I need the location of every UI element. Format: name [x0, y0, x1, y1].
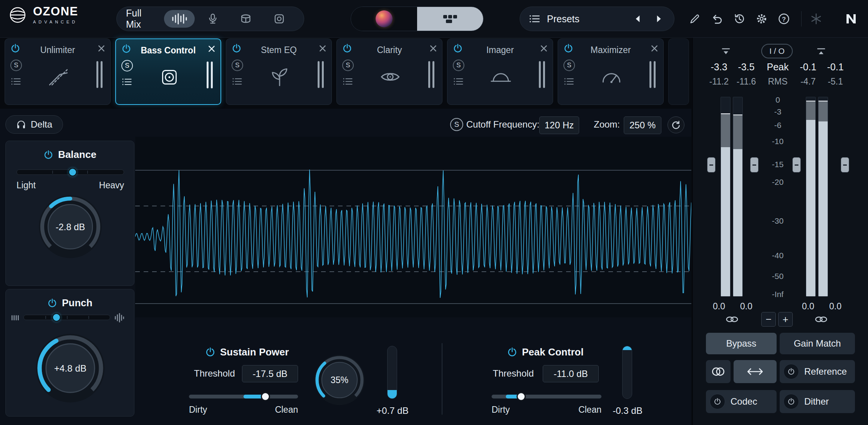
solo-button[interactable]: S — [10, 60, 22, 71]
module-card-bass-control[interactable]: Bass Control S — [115, 38, 221, 105]
input-link-icon[interactable] — [725, 315, 739, 324]
peak-range-labels: Dirty Clean — [492, 405, 601, 415]
gain-decrease-button[interactable]: − — [761, 312, 776, 327]
connect-button[interactable] — [807, 10, 825, 28]
settings-button[interactable] — [753, 10, 770, 28]
zoom-value[interactable]: 250 % — [624, 116, 661, 134]
assistant-view-button[interactable] — [351, 7, 417, 31]
stem-vocals-button[interactable] — [197, 10, 228, 28]
stereo-mode-button[interactable] — [706, 360, 731, 383]
gain-value[interactable]: 0.0 — [732, 301, 761, 312]
power-icon[interactable] — [563, 43, 573, 53]
peak-mix-handle[interactable] — [517, 392, 526, 401]
io-button[interactable]: I / O — [761, 44, 793, 58]
power-icon[interactable] — [10, 43, 20, 53]
meter-value: -0.1 — [793, 61, 823, 73]
menu-icon[interactable] — [564, 77, 574, 86]
module-card-stem-eq[interactable]: Stem EQ S — [226, 38, 332, 105]
empty-module-slot[interactable] — [668, 38, 689, 105]
module-card-unlimiter[interactable]: Unlimiter S — [5, 38, 111, 105]
undo-button[interactable] — [708, 10, 726, 28]
codec-button[interactable]: Codec — [706, 390, 777, 413]
sustain-amount-knob[interactable]: 35% — [313, 354, 366, 406]
close-icon[interactable] — [207, 45, 216, 53]
close-icon[interactable] — [318, 44, 327, 53]
sustain-mix-handle[interactable] — [261, 392, 270, 401]
stem-full-mix-button[interactable] — [164, 10, 195, 28]
output-trim-right[interactable] — [841, 157, 849, 173]
delta-button[interactable]: Delta — [5, 115, 63, 134]
punch-slider[interactable] — [23, 315, 110, 320]
stem-selector-label: Full Mix — [126, 8, 158, 30]
module-card-imager[interactable]: Imager S — [447, 38, 553, 105]
balance-slider[interactable] — [17, 169, 124, 175]
power-icon[interactable] — [453, 43, 463, 53]
output-trim-left[interactable] — [792, 157, 801, 173]
peak-control-power-icon[interactable] — [507, 347, 517, 357]
collapse-input-meters-icon[interactable] — [720, 46, 732, 57]
gain-value[interactable]: 0.0 — [821, 301, 850, 312]
cutoff-solo-button[interactable]: S — [450, 118, 463, 131]
input-trim-right[interactable] — [750, 157, 759, 173]
gain-value[interactable]: 0.0 — [704, 301, 734, 312]
undo-icon — [711, 13, 723, 25]
stem-selector[interactable]: Full Mix — [116, 7, 304, 31]
module-card-maximizer[interactable]: Maximizer S — [558, 38, 664, 105]
edit-button[interactable] — [686, 10, 704, 28]
reference-power-button[interactable] — [784, 364, 799, 379]
solo-button[interactable]: S — [563, 60, 575, 71]
peak-mix-slider[interactable] — [492, 395, 601, 398]
dither-button[interactable]: Dither — [780, 390, 855, 413]
balance-knob[interactable]: -2.8 dB — [38, 194, 103, 259]
power-icon[interactable] — [121, 44, 131, 54]
power-icon[interactable] — [232, 43, 242, 53]
gain-value[interactable]: 0.0 — [793, 301, 823, 312]
presets-bar[interactable]: Presets — [520, 7, 674, 31]
previous-preset-button[interactable] — [632, 12, 645, 25]
punch-knob[interactable]: +4.8 dB — [35, 332, 106, 404]
stem-drums-button[interactable] — [230, 10, 262, 28]
gain-increase-button[interactable]: + — [778, 312, 793, 327]
balance-header: Balance — [6, 149, 134, 161]
balance-power-icon[interactable] — [43, 150, 53, 160]
gain-match-button[interactable]: Gain Match — [780, 333, 855, 354]
codec-power-button[interactable] — [710, 394, 725, 409]
solo-button[interactable]: S — [232, 60, 243, 71]
sustain-power-icon[interactable] — [205, 347, 215, 357]
help-button[interactable]: ? — [775, 10, 793, 28]
swap-channels-button[interactable] — [734, 360, 777, 383]
close-icon[interactable] — [97, 44, 106, 53]
module-card-clarity[interactable]: Clarity S — [336, 38, 442, 105]
reset-button[interactable] — [668, 116, 684, 133]
punch-slider-handle[interactable] — [52, 313, 61, 322]
stem-other-button[interactable] — [263, 10, 295, 28]
sustain-mix-slider[interactable] — [189, 395, 298, 398]
menu-icon[interactable] — [453, 77, 464, 86]
balance-slider-handle[interactable] — [68, 168, 77, 176]
dither-power-button[interactable] — [784, 394, 799, 409]
output-link-icon[interactable] — [814, 315, 828, 324]
collapse-output-meters-icon[interactable] — [815, 46, 827, 57]
cutoff-frequency-value[interactable]: 120 Hz — [539, 116, 579, 134]
close-icon[interactable] — [540, 44, 548, 53]
solo-button[interactable]: S — [453, 60, 464, 71]
solo-button[interactable]: S — [342, 60, 354, 71]
bypass-button[interactable]: Bypass — [706, 333, 777, 354]
history-button[interactable] — [731, 10, 748, 28]
menu-icon[interactable] — [232, 77, 242, 86]
close-icon[interactable] — [650, 44, 659, 53]
sustain-min-label: Dirty — [189, 405, 207, 415]
solo-button[interactable]: S — [121, 60, 133, 71]
menu-icon[interactable] — [343, 77, 353, 86]
sustain-threshold-value[interactable]: -17.5 dB — [242, 365, 298, 382]
close-icon[interactable] — [429, 44, 437, 53]
input-trim-left[interactable] — [707, 157, 716, 173]
peak-threshold-value[interactable]: -11.0 dB — [543, 365, 599, 382]
menu-icon[interactable] — [11, 77, 21, 86]
power-icon[interactable] — [342, 43, 352, 53]
menu-icon[interactable] — [122, 78, 132, 86]
punch-power-icon[interactable] — [47, 298, 57, 308]
chain-view-button[interactable] — [417, 7, 483, 31]
next-preset-button[interactable] — [652, 12, 665, 25]
reference-button[interactable]: Reference — [780, 360, 855, 383]
